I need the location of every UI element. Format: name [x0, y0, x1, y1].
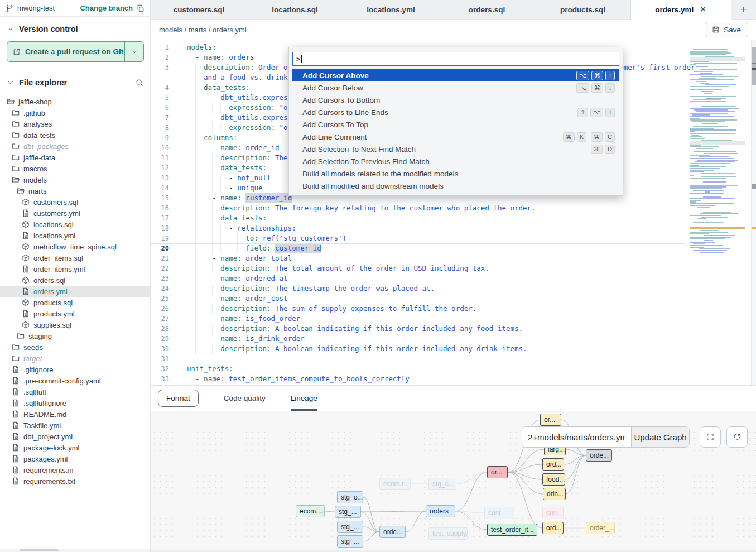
- tree-item-metricflow-time-spine-sql[interactable]: metricflow_time_spine.sql: [0, 241, 150, 252]
- tab-locations-yml[interactable]: locations.yml: [343, 0, 439, 19]
- tab-products-sql[interactable]: products.sql: [535, 0, 631, 19]
- tree-item--pre-commit-config-yaml[interactable]: .pre-commit-config.yaml: [0, 375, 150, 386]
- sidebar-horizontal-scrollbar[interactable]: [0, 549, 150, 552]
- palette-item-build-all-models-related-to-the-modified-models[interactable]: Build all models related to the modified…: [292, 167, 619, 180]
- lineage-node-ecom[interactable]: ecom....: [296, 505, 325, 517]
- new-tab-button[interactable]: +: [731, 0, 756, 19]
- editor-scrollbar[interactable]: [751, 40, 756, 385]
- tree-item-jaffle-shop[interactable]: jaffle-shop: [0, 96, 150, 107]
- search-icon[interactable]: [136, 79, 143, 87]
- tree-item-requirements-in[interactable]: requirements.in: [0, 464, 150, 476]
- command-palette-input[interactable]: >: [292, 52, 619, 66]
- lineage-node-ghost1[interactable]: ecom.r...: [379, 478, 411, 490]
- tree-item-target[interactable]: target: [0, 353, 150, 364]
- tree-item-jaffle-data[interactable]: jaffle-data: [0, 152, 150, 163]
- palette-item-add-selection-to-next-find-match[interactable]: Add Selection To Next Find Match⌘D: [292, 143, 619, 155]
- lineage-node-stg_3[interactable]: stg_...: [337, 535, 363, 548]
- version-control-header[interactable]: Version control: [0, 17, 150, 39]
- lineage-node-ghost3[interactable]: cust...: [484, 507, 514, 519]
- tree-item--sqlfluff[interactable]: .sqlfluff: [0, 386, 150, 397]
- tab-orders-yml[interactable]: orders.yml×: [631, 0, 731, 20]
- update-graph-button[interactable]: Update Graph: [631, 427, 689, 447]
- tree-item-models[interactable]: models: [0, 174, 150, 185]
- create-pr-button[interactable]: Create a pull request on Git...: [7, 41, 144, 62]
- refresh-button[interactable]: [726, 426, 748, 448]
- tree-item-seeds[interactable]: seeds: [0, 342, 150, 353]
- tree-item-dbt-project-yml[interactable]: dbt_project.yml: [0, 431, 150, 442]
- tree-item-locations-sql[interactable]: locations.sql: [0, 219, 150, 230]
- graph-search-input[interactable]: [522, 427, 631, 447]
- lineage-canvas[interactable]: ecom....stg_o...stg_...stg_...stg_...ord…: [151, 411, 756, 552]
- tree-item-order-items-sql[interactable]: order_items.sql: [0, 252, 150, 263]
- lineage-node-y_ord1[interactable]: ord...: [542, 458, 564, 471]
- copy-icon[interactable]: [137, 4, 145, 12]
- lineage-node-orders[interactable]: orders: [426, 505, 455, 517]
- file-explorer-title: File explorer: [19, 78, 67, 87]
- tree-item-products-sql[interactable]: products.sql: [0, 297, 150, 308]
- tree-item-macros[interactable]: macros: [0, 163, 150, 174]
- panel-tab-lineage[interactable]: Lineage: [291, 386, 317, 411]
- lineage-node-stg_1[interactable]: stg_...: [335, 506, 361, 518]
- key-chip: ⌘: [591, 83, 603, 93]
- lineage-node-orde_b[interactable]: orde...: [379, 526, 406, 538]
- tree-item-readme-md[interactable]: README.md: [0, 409, 150, 420]
- tree-item-customers-sql[interactable]: customers.sql: [0, 196, 150, 208]
- palette-item-add-line-comment[interactable]: Add Line Comment⌘K⌘C: [292, 131, 619, 143]
- tree-item--sqlfluffignore[interactable]: .sqlfluffignore: [0, 397, 150, 409]
- lineage-node-or_pink[interactable]: or...: [487, 466, 508, 478]
- change-branch-link[interactable]: Change branch: [80, 4, 133, 12]
- tree-item-package-lock-yml[interactable]: package-lock.yml: [0, 442, 150, 453]
- fullscreen-button[interactable]: [700, 426, 721, 448]
- canvas-horizontal-scrollbar[interactable]: [151, 550, 756, 552]
- tree-item-locations-yml[interactable]: locations.yml: [0, 230, 150, 241]
- tree-item--github[interactable]: .github: [0, 107, 150, 118]
- palette-item-add-cursors-to-top[interactable]: Add Cursors To Top: [292, 118, 619, 131]
- tree-item-staging[interactable]: staging: [0, 330, 150, 342]
- tree-item-dbt-packages[interactable]: dbt_packages: [0, 141, 150, 152]
- lineage-node-stg_o[interactable]: stg_o...: [337, 491, 363, 503]
- line-number: 12: [151, 163, 176, 173]
- pr-dropdown-toggle[interactable]: [124, 42, 143, 61]
- palette-item-build-all-modified-and-downstream-models[interactable]: Build all modified and downstream models: [292, 180, 619, 192]
- code-editor[interactable]: 1models:2- name: orders3description: Ord…: [151, 40, 756, 385]
- format-button[interactable]: Format: [158, 390, 199, 407]
- lineage-node-y_drin[interactable]: drin...: [543, 488, 566, 500]
- lineage-node-order_pale[interactable]: order_...: [586, 522, 615, 534]
- tree-item-analyses[interactable]: analyses: [0, 118, 150, 129]
- tree-item-taskfile-yml[interactable]: Taskfile.yml: [0, 420, 150, 431]
- tree-item-customers-yml[interactable]: customers.yml: [0, 208, 150, 219]
- close-tab-icon[interactable]: ×: [699, 5, 706, 14]
- tree-item-data-tests[interactable]: data-tests: [0, 129, 150, 141]
- tree-item-orders-yml[interactable]: orders.yml: [0, 286, 150, 297]
- tree-item-requirements-txt[interactable]: requirements.txt: [0, 476, 150, 487]
- tree-item-products-yml[interactable]: products.yml: [0, 308, 150, 319]
- tree-item--gitignore[interactable]: .gitignore: [0, 364, 150, 375]
- palette-item-add-selection-to-previous-find-match[interactable]: Add Selection To Previous Find Match: [292, 155, 619, 167]
- chevron-down-icon: [7, 25, 15, 33]
- lineage-node-green_test[interactable]: test_order_it...: [487, 524, 537, 536]
- tree-item-order-items-yml[interactable]: order_items.yml: [0, 263, 150, 275]
- palette-item-add-cursor-above[interactable]: Add Cursor Above⌥⌘↑: [292, 69, 619, 81]
- tab-locations-sql[interactable]: locations.sql: [247, 0, 343, 19]
- tree-item-marts[interactable]: marts: [0, 185, 150, 196]
- lineage-node-ghost5[interactable]: cus...: [542, 507, 564, 519]
- lineage-node-gray_orde[interactable]: orde...: [586, 449, 612, 462]
- palette-item-add-cursors-to-line-ends[interactable]: Add Cursors to Line Ends⇧⌥I: [292, 106, 619, 118]
- tree-item-packages-yml[interactable]: packages.yml: [0, 453, 150, 464]
- palette-item-add-cursor-below[interactable]: Add Cursor Below⌥⌘↓: [292, 81, 619, 94]
- tab-orders-sql[interactable]: orders.sql: [439, 0, 535, 19]
- lineage-node-y_top[interactable]: or...: [540, 414, 561, 426]
- file-explorer-header[interactable]: File explorer: [0, 70, 150, 93]
- tree-item-orders-sql[interactable]: orders.sql: [0, 275, 150, 286]
- lineage-node-y_food[interactable]: food...: [542, 473, 565, 486]
- tab-customers-sql[interactable]: customers.sql: [151, 0, 247, 19]
- panel-tab-code-quality[interactable]: Code quality: [224, 386, 266, 411]
- lineage-node-ghost4[interactable]: test_supply...: [428, 527, 468, 540]
- tree-item-supplies-sql[interactable]: supplies.sql: [0, 319, 150, 330]
- minimap[interactable]: [690, 47, 745, 255]
- save-button[interactable]: Save: [705, 22, 748, 37]
- lineage-node-stg_2[interactable]: stg_...: [337, 521, 363, 533]
- lineage-node-ghost2[interactable]: stg_c...: [428, 478, 456, 490]
- palette-item-add-cursors-to-bottom[interactable]: Add Cursors To Bottom: [292, 94, 619, 106]
- lineage-node-y_ord2[interactable]: ord...: [542, 522, 564, 534]
